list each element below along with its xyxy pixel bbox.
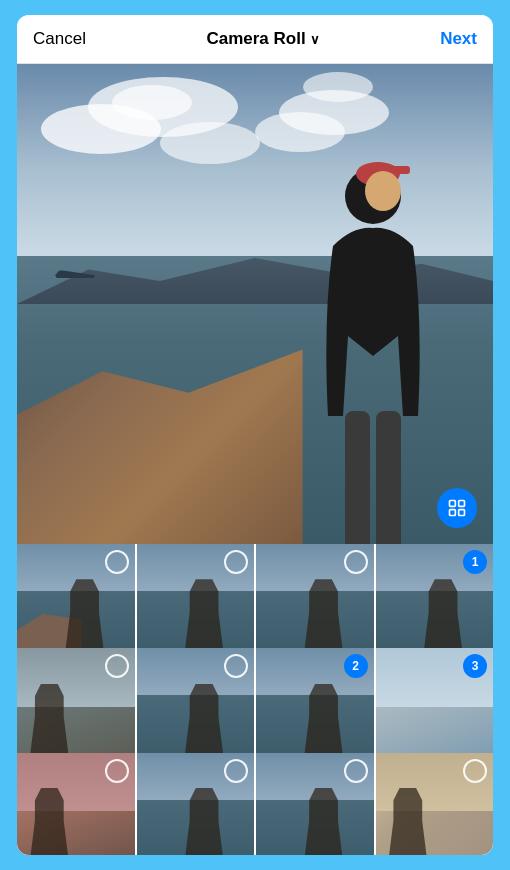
preview-scene [17, 64, 493, 544]
svg-rect-5 [376, 411, 401, 544]
svg-rect-9 [459, 510, 465, 516]
select-circle-3[interactable] [344, 550, 368, 574]
phone-container: Cancel Camera Roll ∨ Next [17, 15, 493, 855]
cloud [303, 72, 373, 102]
thumbnail-12[interactable] [376, 753, 494, 855]
svg-rect-4 [345, 411, 370, 544]
thumbnail-4[interactable]: 1 [376, 544, 494, 662]
expand-icon [447, 498, 467, 518]
thumbnail-11[interactable] [256, 753, 374, 855]
cloud [160, 122, 260, 164]
svg-rect-7 [459, 501, 465, 507]
select-circle-1[interactable] [105, 550, 129, 574]
person-silhouette [293, 136, 453, 544]
cancel-button[interactable]: Cancel [33, 29, 86, 49]
camera-roll-title: Camera Roll [206, 29, 305, 49]
expand-button[interactable] [437, 488, 477, 528]
select-circle-7[interactable]: 2 [344, 654, 368, 678]
thumbnail-1[interactable] [17, 544, 135, 662]
person-svg [293, 136, 453, 544]
thumbnail-2[interactable] [137, 544, 255, 662]
svg-rect-8 [450, 510, 456, 516]
select-circle-4[interactable]: 1 [463, 550, 487, 574]
thumbnail-grid: 1 2 [17, 544, 493, 855]
select-circle-5[interactable] [105, 654, 129, 678]
main-preview-image [17, 64, 493, 544]
select-circle-2[interactable] [224, 550, 248, 574]
next-button[interactable]: Next [440, 29, 477, 49]
svg-point-3 [365, 171, 401, 211]
thumbnail-3[interactable] [256, 544, 374, 662]
thumbnail-10[interactable] [137, 753, 255, 855]
nav-bar: Cancel Camera Roll ∨ Next [17, 15, 493, 64]
thumbnail-5[interactable] [17, 648, 135, 766]
camera-roll-dropdown[interactable]: Camera Roll ∨ [206, 29, 319, 49]
thumbnail-6[interactable] [137, 648, 255, 766]
select-circle-11[interactable] [344, 759, 368, 783]
thumbnail-7[interactable]: 2 [256, 648, 374, 766]
svg-rect-2 [388, 166, 410, 174]
select-circle-12[interactable] [463, 759, 487, 783]
thumbnail-9[interactable] [17, 753, 135, 855]
thumbnail-8[interactable]: 3 [376, 648, 494, 766]
select-circle-9[interactable] [105, 759, 129, 783]
svg-rect-6 [450, 501, 456, 507]
chevron-down-icon: ∨ [310, 32, 320, 47]
select-circle-10[interactable] [224, 759, 248, 783]
